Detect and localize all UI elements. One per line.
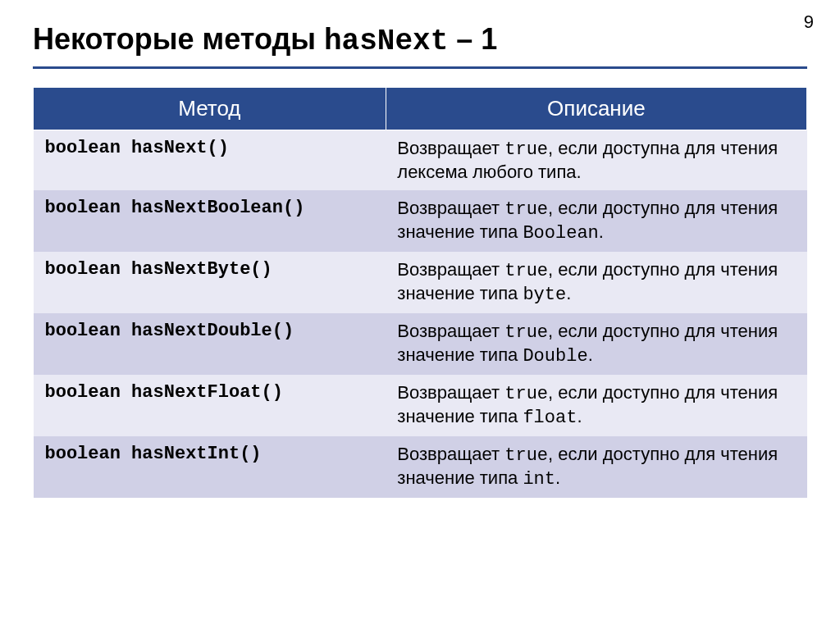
page-number: 9 — [804, 11, 814, 33]
slide: 9 Некоторые методы hasNext – 1 Метод Опи… — [0, 0, 840, 629]
method-cell: boolean hasNextFloat() — [34, 375, 386, 436]
method-cell: boolean hasNextByte() — [34, 252, 386, 313]
table-row: boolean hasNextByte() Возвращает true, е… — [34, 252, 807, 313]
header-method: Метод — [34, 87, 386, 130]
description-cell: Возвращает true, если доступно для чтени… — [386, 313, 806, 375]
method-cell: boolean hasNextDouble() — [34, 313, 386, 375]
description-cell: Возвращает true, если доступна для чтени… — [386, 130, 806, 190]
table-row: boolean hasNextBoolean() Возвращает true… — [34, 190, 807, 252]
description-cell: Возвращает true, если доступно для чтени… — [386, 436, 806, 498]
title-code: hasNext — [324, 25, 448, 58]
page-title: Некоторые методы hasNext – 1 — [33, 23, 807, 58]
description-cell: Возвращает true, если доступно для чтени… — [386, 375, 806, 436]
method-cell: boolean hasNext() — [34, 130, 386, 190]
title-prefix: Некоторые методы — [33, 22, 324, 56]
methods-table: Метод Описание boolean hasNext() Возвращ… — [33, 87, 807, 498]
table-row: boolean hasNext() Возвращает true, если … — [34, 130, 807, 190]
table-row: boolean hasNextFloat() Возвращает true, … — [34, 375, 807, 436]
table-row: boolean hasNextDouble() Возвращает true,… — [34, 313, 807, 375]
title-rule — [33, 66, 807, 69]
table-row: boolean hasNextInt() Возвращает true, ес… — [34, 436, 807, 498]
title-suffix: – 1 — [448, 22, 497, 56]
description-cell: Возвращает true, если доступно для чтени… — [386, 190, 806, 252]
header-description: Описание — [386, 87, 806, 130]
method-cell: boolean hasNextInt() — [34, 436, 386, 498]
table-header-row: Метод Описание — [34, 87, 807, 130]
description-cell: Возвращает true, если доступно для чтени… — [386, 252, 806, 313]
method-cell: boolean hasNextBoolean() — [34, 190, 386, 252]
